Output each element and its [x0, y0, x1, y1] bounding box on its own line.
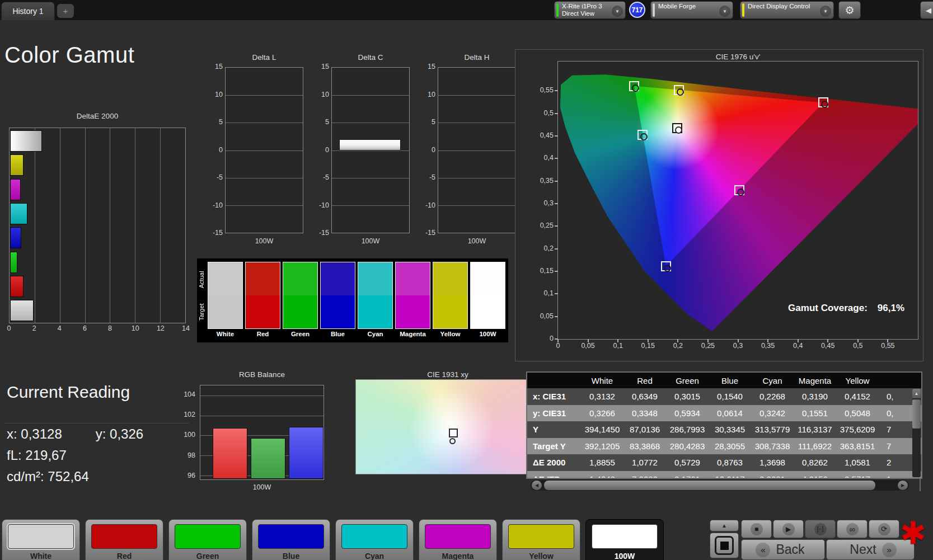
patch-swatch	[592, 524, 658, 549]
workflow-status-accent	[742, 3, 744, 17]
patch-button-blue[interactable]: Blue	[252, 519, 330, 560]
actual-swatch	[396, 262, 430, 295]
table-horizontal-scrollbar[interactable]: ◀ ▶	[531, 480, 909, 491]
cie-xtick-mark	[857, 339, 859, 342]
swatch-pair	[283, 262, 317, 328]
deltae2000-gridline	[60, 128, 60, 323]
swatch-column-blue: Blue	[321, 262, 355, 341]
horizontal-scroll-thumb[interactable]	[544, 481, 875, 490]
cie-marker-red	[818, 97, 828, 107]
deltae2000-gridline	[160, 128, 161, 323]
fl-value: 219,67	[25, 448, 66, 463]
delta-panel-title: Delta C	[331, 53, 410, 62]
patch-button-100w[interactable]: 100W	[585, 519, 664, 560]
patch-label: Red	[86, 552, 163, 560]
settings-button[interactable]: ⚙	[838, 1, 861, 19]
cie-xtick-mark	[617, 339, 618, 342]
play-button[interactable]: ▶	[773, 520, 804, 538]
table-cell: 3,1761	[666, 474, 709, 479]
patch-button-white[interactable]: White	[2, 519, 80, 560]
delta-gridline	[438, 123, 515, 123]
delta-gridline	[226, 123, 303, 123]
play-icon: ▶	[782, 523, 795, 535]
cie-ytick-label: 0,4	[531, 154, 554, 162]
scroll-right-button[interactable]: ▶	[898, 481, 908, 490]
back-button[interactable]: « Back	[741, 539, 825, 560]
delta-ytick-label: 15	[310, 63, 329, 70]
cie-xtick-label: 0,5	[848, 342, 868, 350]
patch-button-green[interactable]: Green	[168, 519, 247, 560]
patch-swatch	[508, 524, 574, 549]
continuous-measure-button[interactable]: ∞	[837, 520, 868, 538]
actual-swatch	[208, 262, 242, 295]
tab-history-1[interactable]: History 1	[1, 2, 55, 20]
deltae2000-xtick-label: 6	[78, 324, 91, 332]
table-cell: 0,4152	[836, 392, 879, 401]
delta-gridline	[226, 178, 303, 178]
table-header-cell: White	[581, 376, 623, 385]
measured-dot	[821, 101, 828, 108]
patch-swatch	[425, 524, 491, 549]
cie-marker-white	[672, 123, 682, 133]
cie1931-measured-marker	[449, 438, 456, 444]
source-dropdown[interactable]: Mobile Forge ▼	[650, 1, 733, 19]
deltae2000-xticks: 02468101214	[9, 324, 186, 333]
current-reading-title: Current Reading	[7, 383, 130, 402]
table-row: Target Y392,120583,3868280,428328,305530…	[527, 438, 921, 455]
table-vertical-scrollbar[interactable]: ▲	[912, 389, 921, 477]
patch-button-cyan[interactable]: Cyan	[335, 519, 414, 560]
target-swatch	[471, 295, 505, 328]
patch-button-red[interactable]: Red	[85, 519, 163, 560]
rgb-bar-blue	[289, 427, 323, 479]
swatch-column-white: White	[208, 262, 242, 341]
single-measure-button[interactable]: ⟳	[869, 520, 899, 538]
swatch-pair	[246, 262, 280, 328]
delta-gridline	[226, 205, 303, 206]
y-label: y:	[96, 426, 106, 442]
stop-icon: ■	[751, 523, 763, 535]
stop-button[interactable]: ■	[741, 520, 772, 538]
rgb-ytick-label: 98	[174, 451, 195, 459]
delta-xlabel: 100W	[438, 237, 516, 245]
cie-ytick-label: 0,3	[531, 199, 554, 207]
cie-xtick-mark	[767, 339, 768, 342]
cie-xtick-label: 0,4	[789, 342, 808, 350]
patch-button-yellow[interactable]: Yellow	[502, 519, 580, 560]
table-header-cell: Blue	[709, 376, 751, 385]
cie-xtick-mark	[887, 339, 888, 342]
pattern-size-up-button[interactable]: ▲	[710, 520, 739, 531]
table-cell: 4,2156	[794, 474, 836, 479]
workflow-dropdown[interactable]: Direct Display Control ▼	[740, 1, 834, 19]
meter-dropdown[interactable]: X-Rite i1Pro 3Direct View ▼	[554, 1, 626, 19]
delta-ytick-label: 0	[310, 146, 329, 154]
delta-ytick-label: 10	[204, 91, 223, 98]
table-cell: 0,3266	[581, 408, 623, 418]
swatch-column-100w: 100W	[471, 262, 505, 341]
delta-ytick-label: -10	[204, 201, 223, 209]
patch-button-magenta[interactable]: Magenta	[419, 519, 497, 560]
table-cell: 0,3132	[581, 392, 623, 401]
delta-gridline	[438, 178, 515, 178]
vertical-scroll-thumb[interactable]	[912, 399, 921, 429]
cie-ytick-label: 0,05	[531, 312, 554, 320]
collapse-panel-button[interactable]: ◀	[920, 1, 933, 19]
next-chevrons-icon: »	[882, 543, 897, 557]
table-cell: 1,0772	[623, 458, 666, 467]
add-tab-button[interactable]: +	[57, 4, 74, 18]
delta-ytick-label: -15	[310, 229, 329, 237]
refresh-icon: ⟳	[878, 523, 890, 535]
cdm2-label: cd/m²:	[7, 469, 44, 484]
scroll-left-button[interactable]: ◀	[532, 481, 542, 490]
y-value: 0,326	[110, 426, 143, 442]
table-cell: 0,5934	[666, 408, 709, 418]
scroll-up-button[interactable]: ▲	[912, 389, 921, 398]
delta-gridline	[438, 150, 515, 151]
meter-count-badge[interactable]: 717	[629, 2, 645, 18]
pattern-toggle-button[interactable]: [−]	[805, 520, 836, 538]
cie-xtick-label: 0,05	[579, 342, 598, 350]
cie-xtick-label: 0,45	[818, 342, 837, 350]
target-swatch	[321, 295, 355, 328]
delta-ytick-label: 5	[204, 118, 223, 126]
pattern-window-button[interactable]	[710, 533, 739, 558]
table-cell: 0,5729	[666, 458, 709, 467]
